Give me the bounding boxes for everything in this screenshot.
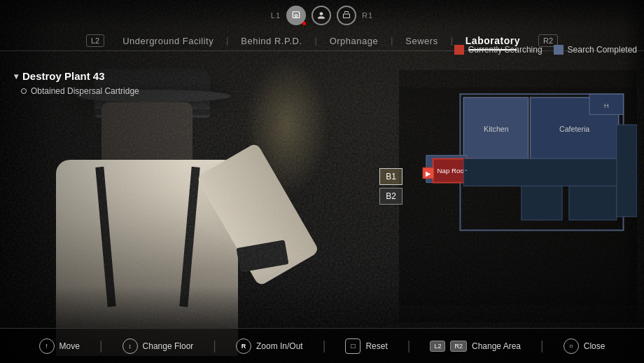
r1-label: R1 bbox=[362, 11, 373, 20]
camera-dot bbox=[302, 22, 306, 25]
tab-orphanage[interactable]: Orphanage bbox=[317, 33, 391, 49]
zoom-btn-icon: R bbox=[236, 338, 251, 354]
l2-tab-indicator[interactable]: L2 bbox=[86, 34, 104, 47]
close-btn-icon[interactable]: ○ bbox=[564, 338, 579, 354]
control-change-floor: ↕ Change Floor bbox=[122, 338, 194, 354]
control-move: ↑ Move bbox=[39, 338, 80, 354]
zoom-label: Zoom In/Out bbox=[256, 341, 303, 351]
control-reset: □ Reset bbox=[345, 338, 387, 354]
objective-dot bbox=[21, 88, 27, 94]
map-svg: Kitchen Cafeteria H Nap Room ▶ bbox=[399, 70, 637, 322]
svg-rect-16 bbox=[617, 125, 637, 217]
tab-behind-rpd[interactable]: Behind R.P.D. bbox=[228, 33, 314, 49]
tab-sewers[interactable]: Sewers bbox=[393, 33, 450, 49]
control-zoom: R Zoom In/Out bbox=[236, 338, 303, 354]
legend-searching-label: Currently Searching bbox=[468, 45, 542, 55]
items-icon[interactable] bbox=[337, 6, 356, 25]
objective-title: ▾ Destroy Plant 43 bbox=[14, 70, 139, 82]
objective-sub-item: Obtained Dispersal Cartridge bbox=[14, 86, 139, 96]
legend-completed-label: Search Completed bbox=[568, 45, 637, 55]
move-btn-icon: ↑ bbox=[39, 338, 55, 354]
floor-b2[interactable]: B2 bbox=[379, 188, 402, 205]
change-area-l2-icon: L2 bbox=[430, 341, 445, 352]
svg-text:H: H bbox=[604, 102, 609, 109]
legend-completed: Search Completed bbox=[554, 45, 637, 55]
map-legend: Currently Searching Search Completed bbox=[454, 45, 637, 55]
floor-indicator: B1 B2 bbox=[379, 168, 402, 205]
legend-searching-box bbox=[454, 45, 464, 55]
svg-text:Kitchen: Kitchen bbox=[484, 125, 509, 133]
map-container: Kitchen Cafeteria H Nap Room ▶ bbox=[399, 70, 637, 322]
objective-sub-text: Obtained Dispersal Cartridge bbox=[31, 86, 139, 96]
change-floor-btn-icon: ↕ bbox=[122, 338, 138, 354]
l1-label: L1 bbox=[271, 11, 281, 20]
svg-text:▶: ▶ bbox=[426, 170, 431, 177]
reset-label: Reset bbox=[365, 341, 387, 351]
control-change-area: L2 R2 Change Area bbox=[430, 341, 521, 352]
objective-arrow: ▾ bbox=[14, 71, 18, 81]
legend-completed-box bbox=[554, 45, 564, 55]
control-close: ○ Close bbox=[564, 338, 606, 354]
floor-b1[interactable]: B1 bbox=[379, 168, 402, 185]
legend-searching: Currently Searching bbox=[454, 45, 542, 55]
change-floor-label: Change Floor bbox=[143, 341, 194, 351]
change-area-r2-icon: R2 bbox=[450, 341, 467, 352]
person-icon[interactable] bbox=[312, 6, 331, 25]
svg-rect-15 bbox=[569, 186, 617, 220]
objective-main-text: Destroy Plant 43 bbox=[22, 70, 105, 82]
objective-panel: ▾ Destroy Plant 43 Obtained Dispersal Ca… bbox=[14, 70, 139, 96]
change-area-label: Change Area bbox=[472, 341, 521, 351]
move-label: Move bbox=[59, 341, 80, 351]
tab-underground[interactable]: Underground Facility bbox=[110, 33, 226, 49]
bottom-bar: ↑ Move | ↕ Change Floor | R Zoom In/Out … bbox=[0, 328, 644, 363]
camera-icon[interactable] bbox=[286, 6, 306, 25]
reset-btn-icon: □ bbox=[345, 338, 360, 354]
svg-rect-14 bbox=[522, 186, 562, 220]
svg-rect-13 bbox=[463, 159, 620, 186]
close-label: Close bbox=[584, 341, 606, 351]
svg-text:Cafeteria: Cafeteria bbox=[559, 125, 589, 133]
